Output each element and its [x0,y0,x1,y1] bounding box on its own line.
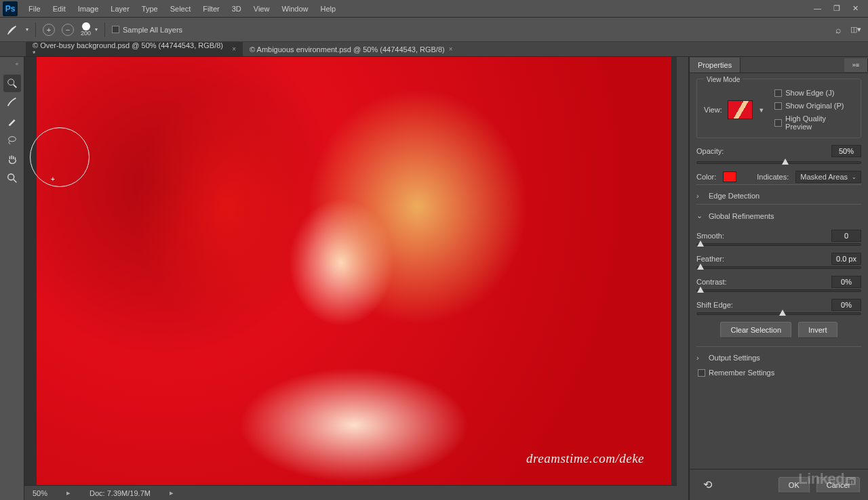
checkbox-icon [112,26,119,33]
menu-layer[interactable]: Layer [105,2,135,16]
opacity-label: Opacity: [696,147,724,155]
smooth-value[interactable]: 0 [831,230,861,242]
view-mode-title: View Mode [704,76,743,83]
global-refinements-section[interactable]: ⌄ Global Refinements [696,204,861,224]
chevron-down-icon[interactable]: ▾ [26,26,28,33]
menu-filter[interactable]: Filter [197,2,224,16]
chevron-down-icon[interactable]: ▾ [95,26,98,33]
ok-button[interactable]: OK [778,477,810,493]
cancel-button[interactable]: Cancel [816,477,860,493]
menu-window[interactable]: Window [276,2,313,16]
add-to-selection-icon[interactable]: + [43,24,55,36]
document-tabstrip: © Over-busy background.psd @ 50% (447445… [0,42,868,57]
zoom-level[interactable]: 50% [33,489,47,497]
menu-select[interactable]: Select [165,2,197,16]
refine-edge-brush-tool[interactable] [3,93,21,111]
brush-size-picker[interactable]: 200 [81,22,91,37]
feather-slider[interactable] [696,266,861,269]
chevron-right-icon: › [696,192,703,200]
workspace-icon[interactable]: ◫▾ [850,25,861,34]
tab-over-busy-background[interactable]: © Over-busy background.psd @ 50% (447445… [26,42,243,56]
section-title: Global Refinements [709,212,774,220]
high-quality-preview-checkbox[interactable]: High Quality Preview [774,114,854,131]
section-title: Output Settings [709,354,760,362]
contrast-value[interactable]: 0% [831,276,861,288]
menu-image[interactable]: Image [73,2,104,16]
svg-point-0 [7,79,14,85]
lasso-tool[interactable] [3,131,21,149]
tab-ambiguous-environment[interactable]: © Ambiguous environment.psd @ 50% (44744… [243,42,460,56]
collapse-icon[interactable]: « [13,61,21,69]
contrast-slider[interactable] [696,289,861,292]
show-edge-checkbox[interactable]: Show Edge (J) [774,89,854,97]
panel-footer: ⟲ OK Cancel [690,469,868,500]
app-logo: Ps [3,1,18,16]
menu-help[interactable]: Help [315,2,342,16]
search-icon[interactable]: ⌕ [835,24,841,35]
tab-close-icon[interactable]: × [449,45,453,53]
menu-edit[interactable]: Edit [47,2,71,16]
reset-icon[interactable]: ⟲ [703,478,712,491]
smooth-label: Smooth: [696,232,724,240]
tool-preset-icon[interactable] [5,23,19,37]
chevron-down-icon: ⌄ [852,174,856,180]
menubar: Ps File Edit Image Layer Type Select Fil… [0,0,868,18]
collapsed-panel-dock[interactable] [677,57,689,500]
minimize-icon[interactable]: — [814,4,821,13]
close-icon[interactable]: ✕ [852,4,859,13]
quick-selection-tool[interactable] [3,75,21,92]
output-settings-section[interactable]: › Output Settings [696,346,861,366]
opacity-slider[interactable] [696,161,861,164]
cursor-plus-icon: + [51,175,55,183]
panel-menu-icon[interactable]: »≡ [844,58,868,72]
edge-detection-section[interactable]: › Edge Detection [696,184,861,204]
indicates-dropdown[interactable]: Masked Areas⌄ [795,171,861,183]
sample-all-label: Sample All Layers [123,26,182,34]
menu-file[interactable]: File [23,2,46,16]
chevron-down-icon[interactable]: ▾ [758,106,765,114]
remember-settings-checkbox[interactable]: Remember Settings [698,369,861,377]
subtract-from-selection-icon[interactable]: − [62,24,74,36]
tab-close-icon[interactable]: × [232,45,236,53]
shift-edge-slider[interactable] [696,312,861,315]
status-bar: 50% ▸ Doc: 7.39M/19.7M ▸ [24,485,677,500]
canvas-area: dreamstime.com/deke 50% ▸ Doc: 7.39M/19.… [24,57,677,500]
document-canvas[interactable]: dreamstime.com/deke [37,57,671,485]
tab-label: © Ambiguous environment.psd @ 50% (44744… [250,45,445,54]
invert-button[interactable]: Invert [798,322,837,338]
chevron-right-icon[interactable]: ▸ [66,488,71,497]
menu-view[interactable]: View [248,2,275,16]
properties-panel: Properties »≡ View Mode View: ▾ Show Edg… [689,57,868,500]
contrast-label: Contrast: [696,278,727,286]
zoom-tool[interactable] [3,169,21,187]
show-original-checkbox[interactable]: Show Original (P) [774,102,854,110]
menu-3d[interactable]: 3D [226,2,247,16]
doc-size[interactable]: Doc: 7.39M/19.7M [90,489,151,497]
clear-selection-button[interactable]: Clear Selection [720,322,791,338]
brush-tool[interactable] [3,112,21,130]
options-bar: ▾ + − 200 ▾ Sample All Layers ⌕ ◫▾ [0,18,868,42]
chevron-down-icon: ⌄ [696,211,703,220]
shift-edge-label: Shift Edge: [696,301,733,309]
overlay-color-swatch[interactable] [723,171,736,182]
sample-all-layers-checkbox[interactable]: Sample All Layers [112,26,182,34]
hand-tool[interactable] [3,150,21,168]
menu-type[interactable]: Type [136,2,163,16]
toolbox: « [0,57,24,500]
shift-edge-value[interactable]: 0% [831,299,861,311]
smooth-slider[interactable] [696,243,861,246]
feather-label: Feather: [696,255,724,263]
feather-value[interactable]: 0.0 px [831,253,861,265]
window-controls: — ❐ ✕ [814,4,868,13]
chevron-right-icon[interactable]: ▸ [170,488,174,497]
tab-properties[interactable]: Properties [690,58,741,72]
restore-icon[interactable]: ❐ [833,4,840,13]
view-thumbnail[interactable] [728,100,753,119]
image-content [37,57,671,485]
view-label: View: [704,106,722,114]
panel-tabbar: Properties »≡ [690,57,868,73]
view-mode-group: View Mode View: ▾ Show Edge (J) Show Ori… [696,79,861,138]
chevron-right-icon: › [696,354,703,362]
opacity-value[interactable]: 50% [831,145,861,157]
brush-size-value: 200 [81,30,91,37]
